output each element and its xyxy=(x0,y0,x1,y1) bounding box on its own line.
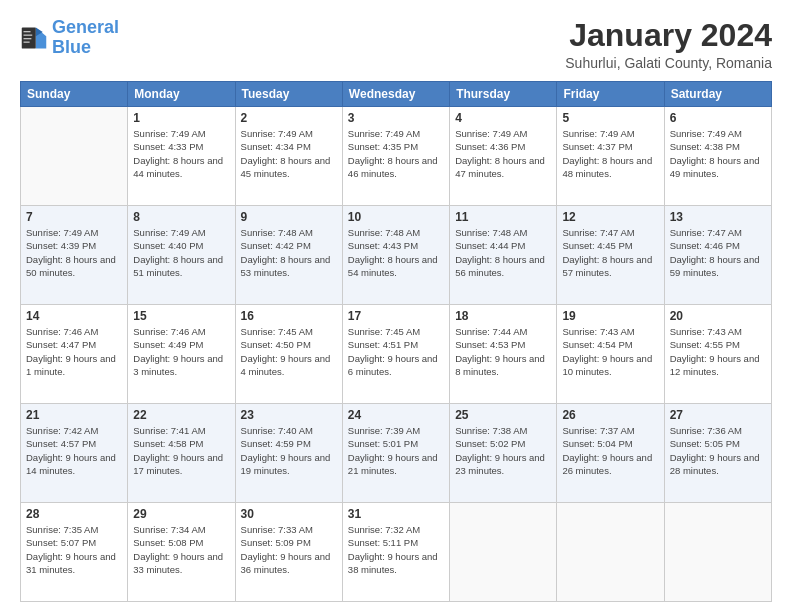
svg-rect-4 xyxy=(24,31,31,32)
day-info: Sunrise: 7:47 AMSunset: 4:46 PMDaylight:… xyxy=(670,226,766,279)
day-info: Sunrise: 7:34 AMSunset: 5:08 PMDaylight:… xyxy=(133,523,229,576)
day-info: Sunrise: 7:41 AMSunset: 4:58 PMDaylight:… xyxy=(133,424,229,477)
day-number: 27 xyxy=(670,408,766,422)
svg-rect-5 xyxy=(24,34,33,35)
header: General Blue January 2024 Suhurlui, Gala… xyxy=(20,18,772,71)
calendar-cell: 12Sunrise: 7:47 AMSunset: 4:45 PMDayligh… xyxy=(557,206,664,305)
day-info: Sunrise: 7:48 AMSunset: 4:43 PMDaylight:… xyxy=(348,226,444,279)
day-number: 12 xyxy=(562,210,658,224)
day-info: Sunrise: 7:43 AMSunset: 4:54 PMDaylight:… xyxy=(562,325,658,378)
main-title: January 2024 xyxy=(565,18,772,53)
day-info: Sunrise: 7:38 AMSunset: 5:02 PMDaylight:… xyxy=(455,424,551,477)
calendar-cell: 27Sunrise: 7:36 AMSunset: 5:05 PMDayligh… xyxy=(664,404,771,503)
day-number: 19 xyxy=(562,309,658,323)
calendar-header-saturday: Saturday xyxy=(664,82,771,107)
day-number: 20 xyxy=(670,309,766,323)
calendar-cell: 31Sunrise: 7:32 AMSunset: 5:11 PMDayligh… xyxy=(342,503,449,602)
calendar-week-2: 7Sunrise: 7:49 AMSunset: 4:39 PMDaylight… xyxy=(21,206,772,305)
day-number: 14 xyxy=(26,309,122,323)
day-number: 28 xyxy=(26,507,122,521)
logo: General Blue xyxy=(20,18,119,58)
day-info: Sunrise: 7:44 AMSunset: 4:53 PMDaylight:… xyxy=(455,325,551,378)
subtitle: Suhurlui, Galati County, Romania xyxy=(565,55,772,71)
calendar-cell: 15Sunrise: 7:46 AMSunset: 4:49 PMDayligh… xyxy=(128,305,235,404)
calendar-week-1: 1Sunrise: 7:49 AMSunset: 4:33 PMDaylight… xyxy=(21,107,772,206)
day-number: 26 xyxy=(562,408,658,422)
calendar-cell: 18Sunrise: 7:44 AMSunset: 4:53 PMDayligh… xyxy=(450,305,557,404)
day-info: Sunrise: 7:32 AMSunset: 5:11 PMDaylight:… xyxy=(348,523,444,576)
day-number: 21 xyxy=(26,408,122,422)
day-info: Sunrise: 7:46 AMSunset: 4:47 PMDaylight:… xyxy=(26,325,122,378)
calendar-cell: 6Sunrise: 7:49 AMSunset: 4:38 PMDaylight… xyxy=(664,107,771,206)
calendar-cell: 16Sunrise: 7:45 AMSunset: 4:50 PMDayligh… xyxy=(235,305,342,404)
calendar-cell: 17Sunrise: 7:45 AMSunset: 4:51 PMDayligh… xyxy=(342,305,449,404)
day-info: Sunrise: 7:33 AMSunset: 5:09 PMDaylight:… xyxy=(241,523,337,576)
calendar-header-monday: Monday xyxy=(128,82,235,107)
calendar-cell: 21Sunrise: 7:42 AMSunset: 4:57 PMDayligh… xyxy=(21,404,128,503)
calendar-cell: 7Sunrise: 7:49 AMSunset: 4:39 PMDaylight… xyxy=(21,206,128,305)
day-info: Sunrise: 7:45 AMSunset: 4:51 PMDaylight:… xyxy=(348,325,444,378)
day-number: 17 xyxy=(348,309,444,323)
svg-rect-6 xyxy=(24,38,32,39)
day-number: 6 xyxy=(670,111,766,125)
calendar-cell: 13Sunrise: 7:47 AMSunset: 4:46 PMDayligh… xyxy=(664,206,771,305)
calendar-header-sunday: Sunday xyxy=(21,82,128,107)
calendar-header-tuesday: Tuesday xyxy=(235,82,342,107)
day-number: 24 xyxy=(348,408,444,422)
day-info: Sunrise: 7:49 AMSunset: 4:33 PMDaylight:… xyxy=(133,127,229,180)
day-number: 1 xyxy=(133,111,229,125)
day-info: Sunrise: 7:36 AMSunset: 5:05 PMDaylight:… xyxy=(670,424,766,477)
day-number: 10 xyxy=(348,210,444,224)
day-info: Sunrise: 7:49 AMSunset: 4:40 PMDaylight:… xyxy=(133,226,229,279)
day-info: Sunrise: 7:35 AMSunset: 5:07 PMDaylight:… xyxy=(26,523,122,576)
calendar-cell: 3Sunrise: 7:49 AMSunset: 4:35 PMDaylight… xyxy=(342,107,449,206)
day-number: 25 xyxy=(455,408,551,422)
calendar-cell: 29Sunrise: 7:34 AMSunset: 5:08 PMDayligh… xyxy=(128,503,235,602)
day-info: Sunrise: 7:40 AMSunset: 4:59 PMDaylight:… xyxy=(241,424,337,477)
day-info: Sunrise: 7:49 AMSunset: 4:37 PMDaylight:… xyxy=(562,127,658,180)
day-info: Sunrise: 7:37 AMSunset: 5:04 PMDaylight:… xyxy=(562,424,658,477)
calendar-cell: 22Sunrise: 7:41 AMSunset: 4:58 PMDayligh… xyxy=(128,404,235,503)
calendar-cell: 26Sunrise: 7:37 AMSunset: 5:04 PMDayligh… xyxy=(557,404,664,503)
day-info: Sunrise: 7:39 AMSunset: 5:01 PMDaylight:… xyxy=(348,424,444,477)
calendar-cell: 5Sunrise: 7:49 AMSunset: 4:37 PMDaylight… xyxy=(557,107,664,206)
calendar-cell: 28Sunrise: 7:35 AMSunset: 5:07 PMDayligh… xyxy=(21,503,128,602)
day-number: 18 xyxy=(455,309,551,323)
day-info: Sunrise: 7:46 AMSunset: 4:49 PMDaylight:… xyxy=(133,325,229,378)
calendar-cell: 24Sunrise: 7:39 AMSunset: 5:01 PMDayligh… xyxy=(342,404,449,503)
calendar-cell: 10Sunrise: 7:48 AMSunset: 4:43 PMDayligh… xyxy=(342,206,449,305)
day-number: 9 xyxy=(241,210,337,224)
calendar-header-thursday: Thursday xyxy=(450,82,557,107)
calendar-cell: 25Sunrise: 7:38 AMSunset: 5:02 PMDayligh… xyxy=(450,404,557,503)
day-info: Sunrise: 7:45 AMSunset: 4:50 PMDaylight:… xyxy=(241,325,337,378)
day-info: Sunrise: 7:42 AMSunset: 4:57 PMDaylight:… xyxy=(26,424,122,477)
day-number: 15 xyxy=(133,309,229,323)
day-info: Sunrise: 7:49 AMSunset: 4:36 PMDaylight:… xyxy=(455,127,551,180)
calendar-cell xyxy=(450,503,557,602)
day-number: 3 xyxy=(348,111,444,125)
calendar-cell: 9Sunrise: 7:48 AMSunset: 4:42 PMDaylight… xyxy=(235,206,342,305)
calendar-cell: 11Sunrise: 7:48 AMSunset: 4:44 PMDayligh… xyxy=(450,206,557,305)
day-info: Sunrise: 7:48 AMSunset: 4:42 PMDaylight:… xyxy=(241,226,337,279)
logo-text: General Blue xyxy=(52,18,119,58)
day-number: 2 xyxy=(241,111,337,125)
day-number: 22 xyxy=(133,408,229,422)
day-number: 16 xyxy=(241,309,337,323)
calendar-cell: 8Sunrise: 7:49 AMSunset: 4:40 PMDaylight… xyxy=(128,206,235,305)
day-info: Sunrise: 7:49 AMSunset: 4:34 PMDaylight:… xyxy=(241,127,337,180)
day-number: 13 xyxy=(670,210,766,224)
day-number: 29 xyxy=(133,507,229,521)
logo-icon xyxy=(20,24,48,52)
calendar-cell: 14Sunrise: 7:46 AMSunset: 4:47 PMDayligh… xyxy=(21,305,128,404)
day-number: 31 xyxy=(348,507,444,521)
calendar-cell xyxy=(557,503,664,602)
day-number: 11 xyxy=(455,210,551,224)
calendar-cell: 2Sunrise: 7:49 AMSunset: 4:34 PMDaylight… xyxy=(235,107,342,206)
title-section: January 2024 Suhurlui, Galati County, Ro… xyxy=(565,18,772,71)
calendar-cell: 4Sunrise: 7:49 AMSunset: 4:36 PMDaylight… xyxy=(450,107,557,206)
day-number: 4 xyxy=(455,111,551,125)
day-info: Sunrise: 7:49 AMSunset: 4:39 PMDaylight:… xyxy=(26,226,122,279)
day-info: Sunrise: 7:48 AMSunset: 4:44 PMDaylight:… xyxy=(455,226,551,279)
page: General Blue January 2024 Suhurlui, Gala… xyxy=(0,0,792,612)
calendar-header-row: SundayMondayTuesdayWednesdayThursdayFrid… xyxy=(21,82,772,107)
